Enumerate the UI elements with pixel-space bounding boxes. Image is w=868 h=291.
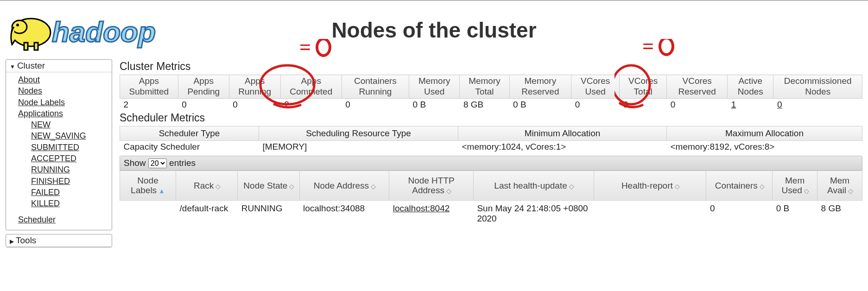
entries-per-page-select[interactable]: 20 bbox=[148, 158, 167, 168]
cluster-metrics-row: 2 0 0 2 0 0 B 8 GB 0 B 0 8 0 1 0 bbox=[120, 98, 862, 111]
node-http-link[interactable]: localhost:8042 bbox=[393, 203, 450, 213]
val-apps-running: 0 bbox=[229, 98, 280, 111]
cell-last-health-update: Sun May 24 21:48:05 +0800 2020 bbox=[473, 201, 594, 227]
th-node-address[interactable]: Node Address◇ bbox=[299, 171, 389, 201]
svg-text:hadoop: hadoop bbox=[52, 16, 156, 48]
val-apps-pending: 0 bbox=[178, 98, 229, 111]
nav-app-state-accepted[interactable]: ACCEPTED bbox=[31, 153, 110, 164]
val-apps-submitted: 2 bbox=[120, 98, 178, 111]
th-containers[interactable]: Containers◇ bbox=[706, 171, 773, 201]
caret-right-icon: ▶ bbox=[10, 238, 14, 245]
th-node-state[interactable]: Node State◇ bbox=[238, 171, 299, 201]
th-apps-completed[interactable]: Apps Completed bbox=[280, 75, 342, 99]
th-vcores-reserved[interactable]: VCores Reserved bbox=[667, 75, 728, 99]
nav-app-state-new[interactable]: NEW bbox=[31, 119, 110, 130]
th-vcores-used[interactable]: VCores Used bbox=[571, 75, 620, 99]
th-rack[interactable]: Rack◇ bbox=[176, 171, 238, 201]
val-scheduling-resource-type: [MEMORY] bbox=[259, 140, 458, 153]
th-last-health-update[interactable]: Last health-update◇ bbox=[473, 171, 594, 201]
show-label-post: entries bbox=[169, 158, 196, 168]
sort-asc-icon: ▲ bbox=[158, 187, 165, 195]
sidebar: ▼Cluster About Nodes Node Labels Applica… bbox=[6, 59, 112, 251]
cell-containers: 0 bbox=[706, 201, 773, 227]
th-memory-total[interactable]: Memory Total bbox=[460, 75, 509, 99]
nav-app-state-new-saving[interactable]: NEW_SAVING bbox=[31, 130, 110, 141]
val-memory-total: 8 GB bbox=[460, 98, 509, 111]
svg-rect-4 bbox=[34, 43, 38, 50]
nav-app-state-submitted[interactable]: SUBMITTED bbox=[31, 142, 110, 153]
val-containers-running: 0 bbox=[342, 98, 409, 111]
sidebar-header-tools[interactable]: ▶Tools bbox=[6, 234, 112, 247]
cell-health-report bbox=[594, 201, 706, 227]
th-minimum-allocation[interactable]: Minimum Allocation bbox=[458, 126, 667, 140]
th-maximum-allocation[interactable]: Maximum Allocation bbox=[667, 126, 862, 140]
svg-rect-3 bbox=[24, 43, 28, 50]
sidebar-cluster-label: Cluster bbox=[17, 61, 45, 70]
nodes-table: Node Labels▲ Rack◇ Node State◇ Node Addr… bbox=[120, 171, 862, 227]
val-decommissioned-nodes[interactable]: 0 bbox=[773, 98, 862, 111]
val-memory-used: 0 B bbox=[409, 98, 460, 111]
sort-icon: ◇ bbox=[371, 183, 375, 190]
svg-point-2 bbox=[16, 24, 19, 26]
th-scheduler-type[interactable]: Scheduler Type bbox=[120, 126, 259, 140]
cell-mem-used: 0 B bbox=[773, 201, 817, 227]
scheduler-metrics-title: Scheduler Metrics bbox=[120, 112, 862, 124]
datatable-length-control: Show 20 entries bbox=[120, 156, 862, 171]
cluster-metrics-table: Apps Submitted Apps Pending Apps Running… bbox=[120, 75, 862, 111]
nav-nodes[interactable]: Nodes bbox=[18, 85, 110, 96]
nav-app-state-killed[interactable]: KILLED bbox=[31, 198, 110, 209]
cell-node-address: localhost:34088 bbox=[299, 201, 389, 227]
nav-node-labels[interactable]: Node Labels bbox=[18, 97, 110, 108]
hadoop-icon: hadoop bbox=[6, 5, 182, 56]
th-apps-pending[interactable]: Apps Pending bbox=[178, 75, 229, 99]
nav-scheduler[interactable]: Scheduler bbox=[18, 214, 110, 225]
scheduler-metrics-table: Scheduler Type Scheduling Resource Type … bbox=[120, 126, 862, 153]
sort-icon: ◇ bbox=[446, 187, 450, 195]
cell-node-labels bbox=[120, 201, 176, 227]
sort-icon: ◇ bbox=[289, 183, 293, 190]
th-vcores-total[interactable]: VCores Total bbox=[620, 75, 667, 99]
caret-down-icon: ▼ bbox=[10, 63, 15, 70]
show-label-pre: Show bbox=[124, 158, 146, 168]
val-memory-reserved: 0 B bbox=[509, 98, 571, 111]
scheduler-metrics-row: Capacity Scheduler [MEMORY] <memory:1024… bbox=[120, 140, 862, 153]
th-memory-used[interactable]: Memory Used bbox=[409, 75, 460, 99]
sidebar-header-cluster[interactable]: ▼Cluster bbox=[6, 60, 112, 72]
val-vcores-used: 0 bbox=[571, 98, 620, 111]
nav-applications[interactable]: Applications bbox=[18, 108, 110, 119]
nav-app-state-running[interactable]: RUNNING bbox=[31, 164, 110, 175]
th-active-nodes[interactable]: Active Nodes bbox=[728, 75, 773, 99]
th-health-report[interactable]: Health-report◇ bbox=[594, 171, 706, 201]
cell-node-state: RUNNING bbox=[238, 201, 299, 227]
cell-mem-avail: 8 GB bbox=[817, 201, 862, 227]
th-memory-reserved[interactable]: Memory Reserved bbox=[509, 75, 571, 99]
th-decommissioned-nodes[interactable]: Decommissioned Nodes bbox=[773, 75, 862, 99]
val-vcores-reserved: 0 bbox=[667, 98, 728, 111]
sort-icon: ◇ bbox=[848, 187, 852, 195]
cell-rack: /default-rack bbox=[176, 201, 238, 227]
val-apps-completed: 2 bbox=[280, 98, 342, 111]
th-containers-running[interactable]: Containers Running bbox=[342, 75, 409, 99]
svg-point-1 bbox=[12, 20, 27, 33]
page-title: Nodes of the cluster bbox=[331, 18, 536, 43]
nav-app-state-finished[interactable]: FINISHED bbox=[31, 176, 110, 187]
th-apps-running[interactable]: Apps Running bbox=[229, 75, 280, 99]
th-node-labels[interactable]: Node Labels▲ bbox=[120, 171, 176, 201]
val-vcores-total: 8 bbox=[620, 98, 667, 111]
th-scheduling-resource-type[interactable]: Scheduling Resource Type bbox=[259, 126, 458, 140]
sort-icon: ◇ bbox=[215, 183, 220, 190]
sidebar-tools-label: Tools bbox=[16, 235, 36, 245]
sort-icon: ◇ bbox=[675, 183, 679, 190]
cell-node-http-address: localhost:8042 bbox=[389, 201, 474, 227]
nav-app-state-failed[interactable]: FAILED bbox=[31, 187, 110, 198]
th-node-http-address[interactable]: Node HTTP Address◇ bbox=[389, 171, 474, 201]
val-active-nodes[interactable]: 1 bbox=[728, 98, 773, 111]
nav-about[interactable]: About bbox=[18, 74, 110, 85]
val-maximum-allocation: <memory:8192, vCores:8> bbox=[667, 140, 862, 153]
sort-icon: ◇ bbox=[760, 183, 764, 190]
sort-icon: ◇ bbox=[804, 187, 808, 195]
val-scheduler-type: Capacity Scheduler bbox=[120, 140, 259, 153]
th-mem-used[interactable]: Mem Used◇ bbox=[773, 171, 817, 201]
th-mem-avail[interactable]: Mem Avail◇ bbox=[817, 171, 862, 201]
th-apps-submitted[interactable]: Apps Submitted bbox=[120, 75, 178, 99]
